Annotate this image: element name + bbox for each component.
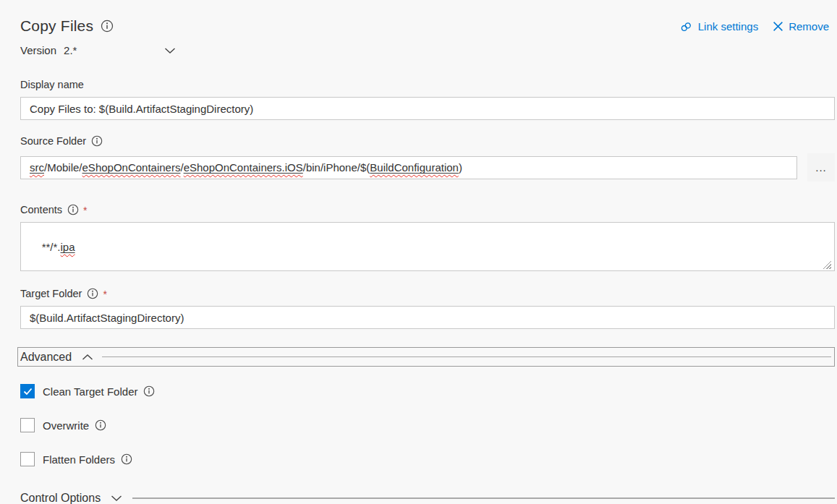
contents-textarea[interactable]: **/*.ipa (20, 222, 835, 271)
title-row: Copy Files (20, 17, 114, 35)
display-name-input[interactable] (20, 97, 835, 120)
header: Copy Files Link settings Remove (20, 17, 835, 35)
chevron-up-icon (82, 354, 93, 361)
source-folder-row: src/Mobile/eShopOnContainers/eShopOnCont… (20, 153, 835, 181)
browse-button[interactable]: ... (807, 153, 835, 181)
source-folder-input[interactable]: src/Mobile/eShopOnContainers/eShopOnCont… (20, 156, 797, 179)
required-marker: * (103, 289, 106, 300)
control-options-section-label: Control Options (20, 492, 101, 504)
close-icon (773, 21, 783, 32)
contents-group: Contents * **/*.ipa (20, 204, 835, 271)
checkbox[interactable] (20, 452, 35, 466)
info-icon[interactable] (87, 288, 98, 299)
source-folder-label: Source Folder (20, 135, 86, 147)
target-folder-label-row: Target Folder * (20, 288, 835, 299)
header-actions: Link settings Remove (679, 20, 829, 33)
section-control-options[interactable]: Control Options (20, 492, 835, 504)
version-dropdown[interactable]: Version 2.* (20, 44, 176, 56)
checkbox-clean-target-folder[interactable]: Clean Target Folder (20, 384, 835, 398)
target-folder-label: Target Folder (20, 288, 82, 299)
remove-label: Remove (789, 20, 829, 33)
source-folder-label-row: Source Folder (20, 135, 835, 147)
contents-label: Contents (20, 204, 62, 215)
link-icon (679, 21, 693, 33)
display-name-label: Display name (20, 79, 84, 90)
checkbox-flatten-folders[interactable]: Flatten Folders (20, 452, 835, 466)
section-divider (102, 356, 831, 357)
link-settings-button[interactable]: Link settings (679, 20, 758, 33)
info-icon[interactable] (143, 385, 155, 397)
checkbox-label: Overwrite (43, 419, 89, 432)
remove-button[interactable]: Remove (773, 20, 829, 33)
link-settings-label: Link settings (698, 20, 758, 33)
chevron-down-icon (111, 495, 122, 502)
target-folder-input[interactable] (20, 306, 835, 329)
section-divider (132, 497, 835, 499)
resize-handle[interactable] (823, 261, 831, 269)
target-folder-group: Target Folder * (20, 288, 835, 329)
section-advanced[interactable]: Advanced (17, 347, 835, 367)
version-label: Version (20, 44, 56, 56)
page-title: Copy Files (20, 17, 93, 35)
required-marker: * (83, 205, 87, 216)
chevron-down-icon (164, 47, 176, 54)
info-icon[interactable] (91, 135, 103, 147)
info-icon[interactable] (67, 204, 79, 215)
checkbox-label: Flatten Folders (43, 453, 115, 466)
checkbox-label: Clean Target Folder (43, 385, 137, 398)
advanced-section-label: Advanced (20, 351, 72, 364)
info-icon[interactable] (121, 453, 132, 465)
task-config-panel: Copy Files Link settings Remove Version … (0, 0, 837, 504)
display-name-group: Display name (20, 79, 835, 120)
contents-label-row: Contents * (20, 204, 835, 215)
display-name-label-row: Display name (20, 79, 835, 90)
checkbox-overwrite[interactable]: Overwrite (20, 418, 835, 432)
version-value: 2.* (64, 44, 77, 56)
info-icon[interactable] (95, 419, 106, 431)
source-folder-group: Source Folder src/Mobile/eShopOnContaine… (20, 135, 835, 181)
checkbox[interactable] (20, 418, 35, 432)
checkbox[interactable] (20, 384, 35, 398)
info-icon[interactable] (101, 20, 114, 33)
